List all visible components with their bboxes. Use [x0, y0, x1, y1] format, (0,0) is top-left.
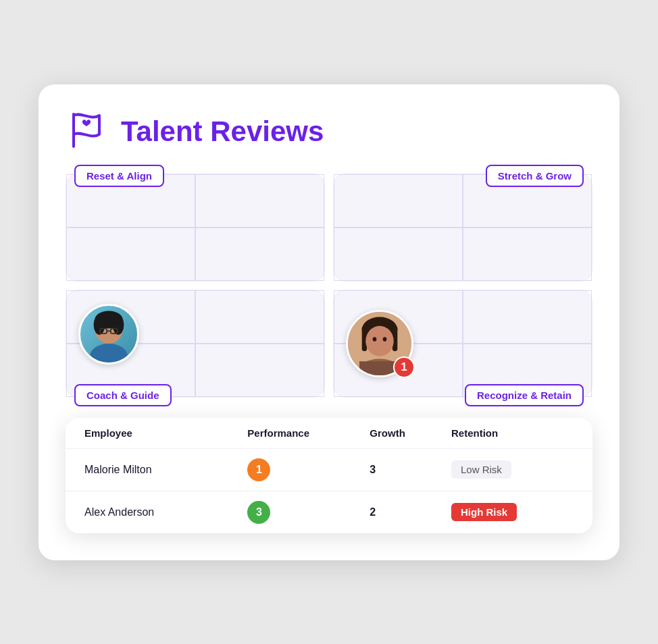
talent-grid: Reset & Align Stretch & Grow	[66, 173, 592, 398]
growth-val-2: 2	[370, 506, 451, 518]
sub-tl-3	[66, 227, 195, 281]
quadrant-top-left: Reset & Align	[66, 173, 325, 281]
avatar-person1[interactable]	[78, 304, 139, 365]
performance-badge-2: 3	[247, 501, 370, 524]
avatar2-badge: 1	[393, 356, 415, 378]
col-growth: Growth	[370, 427, 451, 439]
sub-tr-4	[463, 227, 592, 281]
sub-tr-3	[334, 227, 463, 281]
svg-point-2	[94, 315, 105, 335]
svg-point-4	[90, 344, 128, 363]
employees-table: Employee Performance Growth Retention Ma…	[66, 418, 592, 533]
col-employee: Employee	[84, 427, 247, 439]
retention-badge-high: High Risk	[451, 503, 517, 521]
sub-tl-4	[195, 227, 324, 281]
retention-1: Low Risk	[451, 460, 574, 479]
svg-point-3	[113, 315, 124, 335]
table-row: Malorie Milton 1 3 Low Risk	[66, 449, 592, 491]
sub-bl-4	[195, 344, 324, 397]
sub-tr-1	[334, 174, 463, 227]
main-card: Talent Reviews	[39, 84, 619, 560]
perf-circle-2: 3	[247, 501, 270, 524]
svg-point-14	[383, 337, 387, 342]
flag-heart-icon	[66, 109, 109, 155]
svg-point-13	[373, 337, 377, 342]
label-recognize-retain: Recognize & Retain	[465, 384, 584, 406]
col-retention: Retention	[451, 427, 574, 439]
employee-name-1: Malorie Milton	[84, 464, 247, 476]
table-row: Alex Anderson 3 2 High Risk	[66, 491, 592, 533]
sub-br-2	[463, 290, 592, 344]
growth-val-1: 3	[370, 464, 451, 476]
label-coach-guide: Coach & Guide	[74, 384, 172, 406]
page-header: Talent Reviews	[66, 109, 592, 155]
label-reset-align: Reset & Align	[74, 165, 164, 187]
perf-circle-1: 1	[247, 458, 270, 481]
table-header: Employee Performance Growth Retention	[66, 418, 592, 449]
sub-tl-2	[195, 174, 324, 227]
employee-name-2: Alex Anderson	[84, 506, 247, 518]
retention-badge-low: Low Risk	[451, 460, 511, 479]
quadrant-bottom-right: 1 Recognize & Retain	[333, 290, 592, 398]
label-stretch-grow: Stretch & Grow	[486, 165, 584, 187]
sub-bl-2	[195, 290, 324, 344]
quadrant-top-right: Stretch & Grow	[333, 173, 592, 281]
svg-point-12	[365, 325, 393, 356]
retention-2: High Risk	[451, 503, 574, 521]
col-performance: Performance	[247, 427, 370, 439]
page-title: Talent Reviews	[121, 115, 324, 148]
performance-badge-1: 1	[247, 458, 370, 481]
